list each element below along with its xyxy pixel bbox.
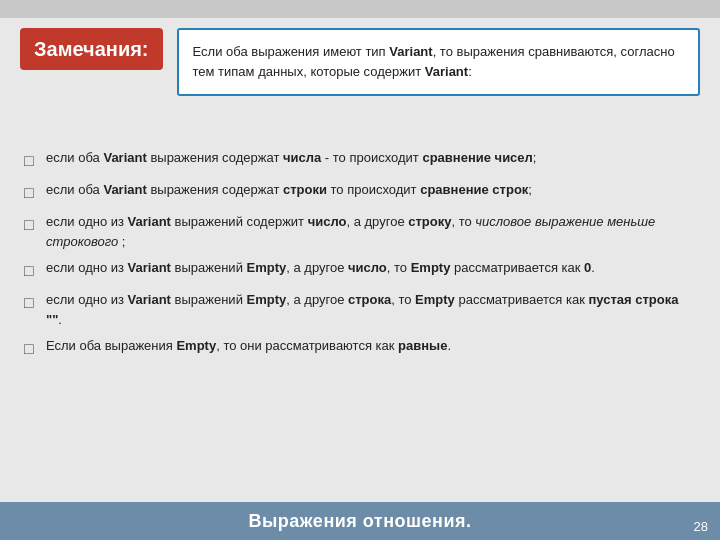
top-section: Замечания: Если оба выражения имеют тип … — [0, 18, 720, 138]
badge-label: Замечания: — [34, 38, 149, 61]
bullet-text: если оба Variant выражения содержат стро… — [46, 180, 696, 200]
bullet-text: если одно из Variant выражений Empty, а … — [46, 290, 696, 330]
bullet-item: □ Если оба выражения Empty, то они рассм… — [24, 336, 696, 362]
footer: Выражения отношения. 28 — [0, 502, 720, 540]
main-content: □ если оба Variant выражения содержат чи… — [0, 138, 720, 502]
bullet-text: если оба Variant выражения содержат числ… — [46, 148, 696, 168]
bullet-icon: □ — [24, 213, 42, 238]
bullet-text: если одно из Variant выражений Empty, а … — [46, 258, 696, 278]
info-box: Если оба выражения имеют тип Variant, то… — [177, 28, 700, 96]
footer-title: Выражения отношения. — [248, 511, 471, 532]
slide: Замечания: Если оба выражения имеют тип … — [0, 0, 720, 540]
bullet-icon: □ — [24, 149, 42, 174]
page-number: 28 — [694, 519, 708, 534]
bullet-icon: □ — [24, 337, 42, 362]
bullet-item: □ если оба Variant выражения содержат чи… — [24, 148, 696, 174]
bullet-text: если одно из Variant выражений содержит … — [46, 212, 696, 252]
bullet-icon: □ — [24, 291, 42, 316]
bullet-item: □ если одно из Variant выражений Empty, … — [24, 290, 696, 330]
bullet-item: □ если одно из Variant выражений содержи… — [24, 212, 696, 252]
bullet-icon: □ — [24, 181, 42, 206]
bullet-text: Если оба выражения Empty, то они рассмат… — [46, 336, 696, 356]
zamechaniya-badge: Замечания: — [20, 28, 163, 70]
bullet-icon: □ — [24, 259, 42, 284]
bullet-item: □ если одно из Variant выражений Empty, … — [24, 258, 696, 284]
header-bar — [0, 0, 720, 18]
bullet-item: □ если оба Variant выражения содержат ст… — [24, 180, 696, 206]
